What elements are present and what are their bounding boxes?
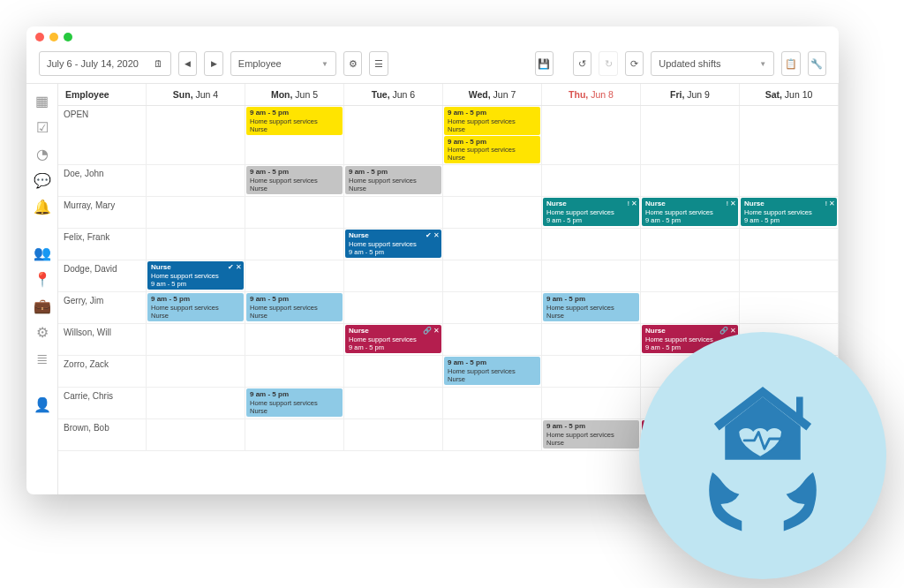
tasks-button[interactable]: ☑ <box>34 119 50 135</box>
sliders-button[interactable]: ☰ <box>369 51 388 76</box>
shift-card[interactable]: NurseHome support services9 am - 5 pm✔✕ <box>345 230 441 258</box>
day-cell[interactable]: 9 am - 5 pmHome support servicesNurse9 a… <box>443 106 542 164</box>
redo-button[interactable]: ↻ <box>599 51 617 76</box>
shift-status-icon[interactable]: ✕ <box>433 231 440 240</box>
day-cell[interactable] <box>443 260 542 291</box>
day-cell[interactable] <box>641 229 740 260</box>
day-cell[interactable] <box>740 229 839 260</box>
column-header-day[interactable]: Sat, Jun 10 <box>740 84 839 105</box>
shift-status-icon[interactable]: ✕ <box>433 327 440 335</box>
column-header-day[interactable]: Sun, Jun 4 <box>147 84 245 105</box>
day-cell[interactable] <box>542 356 641 387</box>
day-cell[interactable]: NurseHome support services9 am - 5 pm!✕ <box>740 197 839 228</box>
day-cell[interactable] <box>147 106 245 164</box>
day-cell[interactable] <box>245 260 344 291</box>
column-header-day[interactable]: Wed, Jun 7 <box>443 84 542 105</box>
shift-card[interactable]: 9 am - 5 pmHome support servicesNurse <box>345 166 441 194</box>
day-cell[interactable] <box>147 388 245 418</box>
day-cell[interactable] <box>443 197 542 228</box>
minimize-icon[interactable] <box>49 33 58 41</box>
shift-card[interactable]: 9 am - 5 pmHome support servicesNurse <box>246 293 343 321</box>
shift-card[interactable]: 9 am - 5 pmHome support servicesNurse <box>246 388 343 417</box>
day-cell[interactable] <box>245 356 344 387</box>
shift-card[interactable]: NurseHome support services9 am - 5 pm✔✕ <box>147 261 244 290</box>
filter-select[interactable]: Updated shifts ▼ <box>651 51 774 76</box>
save-button[interactable]: 💾 <box>535 51 554 76</box>
shift-card[interactable]: 9 am - 5 pmHome support servicesNurse <box>246 107 343 135</box>
day-cell[interactable] <box>740 260 839 291</box>
day-cell[interactable] <box>740 165 839 196</box>
day-cell[interactable] <box>344 292 443 323</box>
day-cell[interactable] <box>542 324 641 355</box>
shift-card[interactable]: NurseHome support services9 am - 5 pm🔗✕ <box>345 325 441 353</box>
shift-status-icon[interactable]: ✕ <box>631 200 637 208</box>
shift-status-icon[interactable]: 🔗 <box>719 327 728 335</box>
day-cell[interactable] <box>443 229 542 260</box>
reports-button[interactable]: ◔ <box>34 146 50 162</box>
shift-card[interactable]: NurseHome support services9 am - 5 pm!✕ <box>642 198 738 226</box>
day-cell[interactable]: 9 am - 5 pmHome support servicesNurse <box>245 292 344 323</box>
day-cell[interactable]: 9 am - 5 pmHome support servicesNurse <box>344 165 443 196</box>
employee-name[interactable]: Zorro, Zack <box>58 356 147 387</box>
day-cell[interactable] <box>147 324 245 355</box>
day-cell[interactable] <box>542 229 641 260</box>
day-cell[interactable]: 9 am - 5 pmHome support servicesNurse <box>542 419 641 450</box>
briefcase-button[interactable]: 💼 <box>34 298 50 313</box>
shift-status-icon[interactable]: ✕ <box>730 200 736 208</box>
shift-status-icon[interactable]: ! <box>628 200 629 208</box>
day-cell[interactable] <box>147 165 245 196</box>
day-cell[interactable]: NurseHome support services9 am - 5 pm!✕ <box>641 197 740 228</box>
day-cell[interactable] <box>344 356 443 387</box>
employee-name[interactable]: Brown, Bob <box>58 419 147 450</box>
day-cell[interactable]: 9 am - 5 pmHome support servicesNurse <box>147 292 245 323</box>
day-cell[interactable] <box>542 260 641 291</box>
day-cell[interactable] <box>641 106 740 164</box>
day-cell[interactable]: 9 am - 5 pmHome support servicesNurse <box>245 388 344 418</box>
day-cell[interactable] <box>443 388 542 418</box>
shift-card[interactable]: 9 am - 5 pmHome support servicesNurse <box>444 107 540 135</box>
day-cell[interactable] <box>147 197 245 228</box>
team-button[interactable]: 👥 <box>34 245 50 260</box>
profile-button[interactable]: 👤 <box>34 396 50 412</box>
day-cell[interactable] <box>245 324 344 355</box>
employee-name[interactable]: Murray, Mary <box>58 197 147 228</box>
day-cell[interactable] <box>740 106 839 164</box>
shift-card[interactable]: 9 am - 5 pmHome support servicesNurse <box>147 293 244 321</box>
day-cell[interactable] <box>344 388 443 418</box>
day-cell[interactable]: 9 am - 5 pmHome support servicesNurse <box>245 165 344 196</box>
date-range-select[interactable]: July 6 - July 14, 2020 🗓 <box>39 51 171 76</box>
column-header-day[interactable]: Fri, Jun 9 <box>641 84 740 105</box>
column-header-day[interactable]: Tue, Jun 6 <box>344 84 443 105</box>
shift-card[interactable]: 9 am - 5 pmHome support servicesNurse <box>246 166 343 194</box>
day-cell[interactable] <box>147 419 245 450</box>
day-cell[interactable] <box>443 292 542 323</box>
day-cell[interactable] <box>344 419 443 450</box>
employee-name[interactable]: Gerry, Jim <box>58 292 147 323</box>
alerts-button[interactable]: 🔔 <box>34 199 50 215</box>
day-cell[interactable] <box>542 165 641 196</box>
day-cell[interactable] <box>443 165 542 196</box>
shift-card[interactable]: NurseHome support services9 am - 5 pm!✕ <box>543 198 639 226</box>
employee-name[interactable]: OPEN <box>58 106 147 164</box>
column-header-day[interactable]: Mon, Jun 5 <box>245 84 344 105</box>
shift-card[interactable]: 9 am - 5 pmHome support servicesNurse <box>444 136 540 164</box>
day-cell[interactable]: NurseHome support services9 am - 5 pm✔✕ <box>344 229 443 260</box>
employee-name[interactable]: Doe, John <box>58 165 147 196</box>
day-cell[interactable]: 9 am - 5 pmHome support servicesNurse <box>443 356 542 387</box>
undo-button[interactable]: ↺ <box>573 51 591 76</box>
employee-name[interactable]: Felix, Frank <box>58 229 147 260</box>
day-cell[interactable]: NurseHome support services9 am - 5 pm🔗✕ <box>344 324 443 355</box>
shift-status-icon[interactable]: ✕ <box>236 263 242 272</box>
prev-week-button[interactable]: ◀ <box>178 51 197 76</box>
day-cell[interactable] <box>443 324 542 355</box>
shift-status-icon[interactable]: ✔ <box>426 231 432 240</box>
day-cell[interactable] <box>245 229 344 260</box>
day-cell[interactable]: NurseHome support services9 am - 5 pm!✕ <box>542 197 641 228</box>
note-button[interactable]: 📋 <box>781 51 800 76</box>
day-cell[interactable] <box>542 106 641 164</box>
shift-status-icon[interactable]: ! <box>825 200 827 208</box>
day-cell[interactable] <box>147 229 245 260</box>
settings-button[interactable]: ⚙ <box>343 51 362 76</box>
shift-card[interactable]: 9 am - 5 pmHome support servicesNurse <box>543 420 639 449</box>
column-header-employee[interactable]: Employee <box>58 84 147 105</box>
